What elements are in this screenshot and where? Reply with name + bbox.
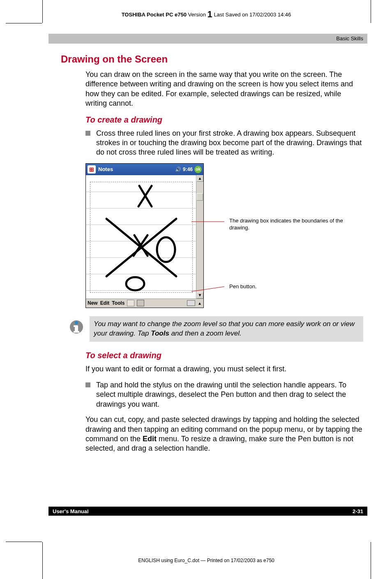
- pen-button-icon: [137, 300, 144, 306]
- svg-point-1: [126, 277, 144, 290]
- info-icon: [69, 320, 84, 334]
- bullet-item: Cross three ruled lines on your first st…: [85, 129, 363, 157]
- edit-paragraph: You can cut, copy, and paste selected dr…: [85, 415, 363, 454]
- callout-pen-button: Pen button.: [229, 283, 257, 290]
- bullet-text: Tap and hold the stylus on the drawing u…: [96, 380, 363, 409]
- bullet-item: Tap and hold the stylus on the drawing u…: [85, 380, 363, 409]
- version-number: 1: [208, 9, 212, 19]
- screenshot-body: ▲ ▼: [86, 175, 203, 299]
- svg-point-5: [75, 321, 78, 324]
- section-title: Basic Skills: [336, 35, 363, 42]
- svg-line-3: [191, 287, 224, 298]
- crop-mark: [6, 542, 42, 542]
- speaker-icon: 🔊: [175, 167, 181, 172]
- app-title: Notes: [98, 166, 113, 172]
- ruled-area: [86, 175, 196, 299]
- info-note: You may want to change the zoom level so…: [69, 316, 363, 342]
- figure: ⊞ Notes 🔊 9:46 ok: [85, 163, 363, 308]
- footer-left: User's Manual: [53, 508, 89, 514]
- svg-rect-7: [74, 325, 76, 327]
- page-header: TOSHIBA Pocket PC e750 Version 1 Last Sa…: [41, 9, 371, 20]
- version-label: Version: [188, 12, 206, 18]
- subheading-create-drawing: To create a drawing: [85, 115, 363, 125]
- info-bold: Tools: [151, 329, 169, 337]
- menu-new: New: [88, 300, 98, 306]
- callout-drawing-box: The drawing box indicates the boundaries…: [229, 218, 352, 232]
- screenshot-titlebar: ⊞ Notes 🔊 9:46 ok: [86, 164, 203, 175]
- footer-band: User's Manual 2-31: [48, 507, 367, 516]
- info-post: and then a zoom level.: [169, 329, 242, 337]
- print-info: ENGLISH using Euro_C.dot — Printed on 17…: [41, 558, 371, 563]
- saved-date: Last Saved on 17/02/2003 14:46: [214, 12, 291, 18]
- subheading-select-drawing: To select a drawing: [85, 351, 363, 360]
- footer-right: 2-31: [353, 508, 363, 514]
- p3-bold: Edit: [143, 435, 157, 443]
- intro-paragraph: You can draw on the screen in the same w…: [85, 70, 363, 109]
- drawing-strokes: [90, 182, 193, 293]
- start-flag-icon: ⊞: [88, 165, 96, 174]
- record-icon: [127, 300, 134, 306]
- select-intro: If you want to edit or format a drawing,…: [85, 364, 363, 374]
- svg-point-0: [157, 237, 175, 262]
- bullet-square-icon: [85, 131, 90, 136]
- product-name: TOSHIBA Pocket PC e750: [122, 12, 187, 18]
- crop-mark: [6, 23, 42, 33]
- info-text: You may want to change the zoom level so…: [90, 316, 363, 342]
- section-band: Basic Skills: [48, 34, 367, 44]
- menu-tools: Tools: [112, 300, 125, 306]
- menu-edit: Edit: [100, 300, 110, 306]
- screenshot-menubar: New Edit Tools ▲: [86, 299, 203, 308]
- page-content: Drawing on the Screen You can draw on th…: [62, 53, 363, 460]
- pocketpc-screenshot: ⊞ Notes 🔊 9:46 ok: [85, 163, 204, 308]
- bullet-text: Cross three ruled lines on your first st…: [96, 129, 363, 157]
- bullet-square-icon: [85, 382, 90, 387]
- svg-rect-8: [74, 331, 79, 333]
- heading-drawing-on-screen: Drawing on the Screen: [61, 53, 363, 65]
